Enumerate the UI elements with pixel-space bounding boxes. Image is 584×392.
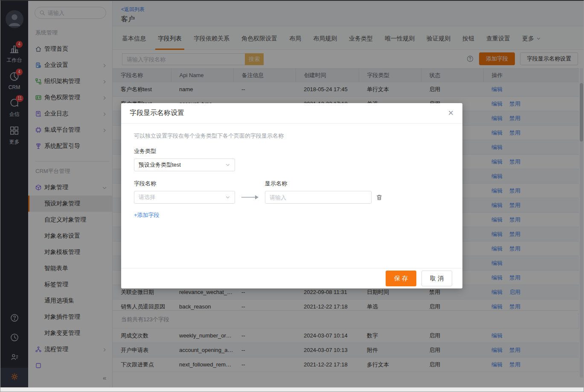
modal-title: 字段显示名称设置 xyxy=(130,109,184,118)
add-field-link[interactable]: +添加字段 xyxy=(134,211,160,219)
business-type-value: 预设业务类型test xyxy=(139,161,181,169)
arrow-right-icon xyxy=(241,194,259,201)
modal-header: 字段显示名称设置 ✕ xyxy=(121,103,462,124)
modal-description: 可以独立设置字段在每个业务类型下各个页面的字段显示名称 xyxy=(134,132,450,140)
app-window: 工作台4CRM4企信11更多 系统管理管理首页企业设置组织架构管理角色权限管理企… xyxy=(0,0,584,392)
field-name-label: 字段名称 xyxy=(134,180,235,187)
business-type-select[interactable]: 预设业务类型test xyxy=(134,159,235,171)
chevron-down-icon xyxy=(225,162,230,167)
field-select-placeholder: 请选择 xyxy=(139,193,155,201)
display-name-settings-modal: 字段显示名称设置 ✕ 可以独立设置字段在每个业务类型下各个页面的字段显示名称 业… xyxy=(121,103,462,288)
modal-body: 可以独立设置字段在每个业务类型下各个页面的字段显示名称 业务类型 预设业务类型t… xyxy=(121,124,462,268)
business-type-label: 业务类型 xyxy=(134,147,450,155)
modal-footer: 保 存 取 消 xyxy=(121,268,462,288)
chevron-down-icon xyxy=(225,195,230,200)
display-name-input[interactable] xyxy=(265,191,372,204)
close-icon[interactable]: ✕ xyxy=(448,110,454,117)
cancel-button[interactable]: 取 消 xyxy=(421,271,452,286)
horizontal-scrollbar[interactable] xyxy=(0,387,584,392)
display-name-label: 显示名称 xyxy=(265,180,372,187)
save-button[interactable]: 保 存 xyxy=(386,271,416,286)
trash-icon[interactable] xyxy=(376,194,383,201)
field-name-select[interactable]: 请选择 xyxy=(134,191,235,204)
